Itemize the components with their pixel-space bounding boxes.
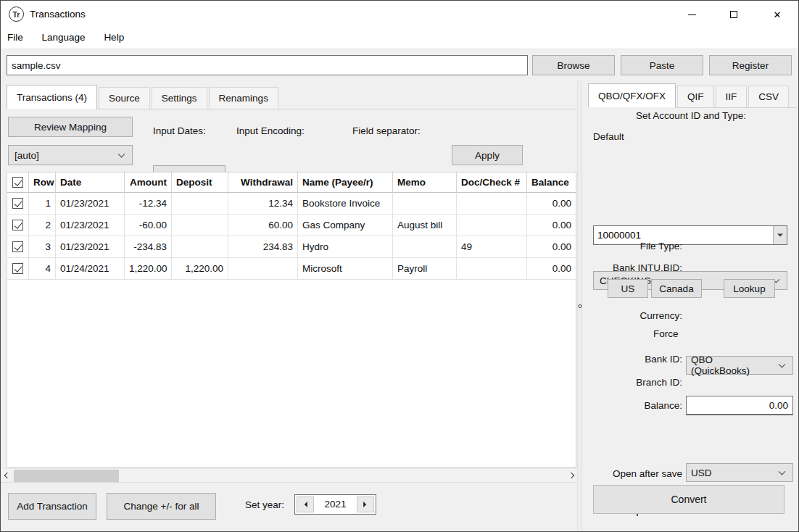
scrollbar-thumb[interactable]: [14, 470, 119, 482]
column-header-memo[interactable]: Memo: [393, 173, 457, 193]
cell-balance[interactable]: 0.00: [527, 236, 576, 258]
close-button[interactable]: [761, 1, 794, 28]
tab-csv[interactable]: CSV: [748, 86, 789, 107]
cell-doc-check[interactable]: [457, 215, 527, 236]
chevron-down-icon: [779, 468, 786, 475]
cell-withdrawal[interactable]: [228, 258, 298, 280]
row-select-cell[interactable]: [7, 258, 29, 280]
column-header-balance[interactable]: Balance: [527, 173, 576, 193]
currency-select[interactable]: USD: [686, 463, 793, 482]
year-down-button[interactable]: [297, 496, 314, 512]
cell-amount[interactable]: -234.83: [125, 236, 172, 258]
cell-row-number[interactable]: 4: [29, 258, 56, 280]
row-checkbox[interactable]: [12, 198, 23, 209]
apply-button[interactable]: Apply: [452, 145, 523, 165]
year-value[interactable]: 2021: [314, 495, 357, 514]
cell-date[interactable]: 01/23/2021: [56, 215, 125, 236]
minimize-button[interactable]: [675, 1, 708, 28]
cell-amount[interactable]: -12.34: [125, 193, 172, 215]
maximize-button[interactable]: [717, 1, 750, 28]
mapping-select[interactable]: [auto]: [8, 145, 133, 165]
convert-button[interactable]: Convert: [593, 485, 784, 514]
scroll-right-button[interactable]: [565, 469, 577, 482]
cell-amount[interactable]: -60.00: [125, 215, 172, 236]
tab-qif[interactable]: QIF: [677, 86, 714, 107]
column-header-amount[interactable]: Amount: [125, 173, 172, 193]
file-type-select[interactable]: QBO (QuickBooks): [686, 356, 793, 375]
browse-button[interactable]: Browse: [532, 55, 615, 75]
select-all-checkbox[interactable]: [12, 177, 23, 188]
tab-renamings[interactable]: Renamings: [209, 87, 278, 109]
register-button[interactable]: Register: [709, 55, 792, 75]
title-bar: Tr Transactions: [1, 1, 798, 28]
us-button[interactable]: US: [608, 279, 648, 298]
tab-iif[interactable]: IIF: [716, 86, 748, 107]
force-label: Force: [653, 328, 679, 339]
cell-name[interactable]: Hydro: [298, 236, 393, 258]
paste-button[interactable]: Paste: [621, 55, 703, 75]
cell-memo[interactable]: August bill: [393, 215, 457, 236]
cell-date[interactable]: 01/24/2021: [56, 258, 125, 280]
cell-deposit[interactable]: [172, 193, 228, 215]
tab-settings[interactable]: Settings: [152, 87, 207, 109]
cell-withdrawal[interactable]: 60.00: [228, 215, 298, 236]
cell-date[interactable]: 01/23/2021: [56, 193, 125, 215]
cell-name[interactable]: Microsoft: [298, 258, 393, 280]
scroll-left-button[interactable]: [1, 469, 13, 482]
cell-balance[interactable]: 0.00: [527, 258, 576, 280]
row-select-cell[interactable]: [7, 215, 29, 236]
file-path-input[interactable]: [7, 55, 528, 75]
cell-row-number[interactable]: 3: [29, 236, 56, 258]
review-mapping-button[interactable]: Review Mapping: [8, 117, 133, 137]
cell-withdrawal[interactable]: 234.83: [228, 236, 298, 258]
cell-deposit[interactable]: 1,220.00: [172, 258, 228, 280]
panel-splitter[interactable]: [577, 80, 582, 532]
column-header-doc-check[interactable]: Doc/Check #: [457, 173, 527, 193]
tab-transactions[interactable]: Transactions (4): [7, 85, 97, 109]
cell-date[interactable]: 01/23/2021: [56, 236, 125, 258]
cell-balance[interactable]: 0.00: [527, 215, 576, 236]
canada-button[interactable]: Canada: [651, 279, 702, 298]
cell-memo[interactable]: [393, 193, 457, 215]
cell-deposit[interactable]: [172, 236, 228, 258]
row-checkbox[interactable]: [12, 241, 23, 252]
row-checkbox[interactable]: [12, 263, 23, 274]
add-transaction-button[interactable]: Add Transaction: [8, 493, 96, 520]
menu-item-language[interactable]: Language: [34, 28, 94, 43]
tab-source[interactable]: Source: [99, 87, 150, 109]
year-up-button[interactable]: [357, 496, 374, 512]
cell-withdrawal[interactable]: 12.34: [228, 193, 298, 215]
cell-doc-check[interactable]: [457, 258, 527, 280]
cell-name[interactable]: Gas Company: [298, 215, 393, 236]
cell-doc-check[interactable]: [457, 193, 527, 215]
lookup-button[interactable]: Lookup: [724, 279, 775, 298]
column-header-name[interactable]: Name (Payee/r): [298, 173, 393, 193]
column-header-row-number[interactable]: Row #: [29, 173, 56, 193]
app-window: Tr Transactions File Language Help Brows…: [0, 0, 799, 532]
cell-memo[interactable]: Payroll: [393, 258, 457, 280]
column-header-date[interactable]: Date: [56, 173, 125, 193]
cell-doc-check[interactable]: 49: [457, 236, 527, 258]
tab-qbo-qfx-ofx[interactable]: QBO/QFX/OFX: [588, 83, 676, 108]
row-select-cell[interactable]: [7, 193, 29, 215]
cell-amount[interactable]: 1,220.00: [125, 258, 172, 280]
balance-input[interactable]: [686, 396, 793, 415]
row-checkbox[interactable]: [12, 220, 23, 230]
cell-memo[interactable]: [393, 236, 457, 258]
dropdown-arrow-icon[interactable]: [773, 226, 787, 244]
h-scrollbar[interactable]: [1, 468, 577, 482]
row-select-cell[interactable]: [7, 236, 29, 258]
window-title: Transactions: [30, 9, 86, 20]
change-sign-button[interactable]: Change +/- for all: [107, 493, 216, 520]
cell-balance[interactable]: 0.00: [527, 193, 576, 215]
cell-row-number[interactable]: 1: [29, 193, 56, 215]
cell-deposit[interactable]: [172, 215, 228, 236]
column-header-deposit[interactable]: Deposit: [172, 173, 228, 193]
mapping-select-value: [auto]: [15, 150, 39, 161]
menu-item-help[interactable]: Help: [96, 28, 132, 43]
cell-row-number[interactable]: 2: [29, 215, 56, 236]
cell-name[interactable]: Bookstore Invoice: [298, 193, 393, 215]
column-header-withdrawal[interactable]: Withdrawal: [228, 173, 298, 193]
menu-item-file[interactable]: File: [1, 28, 31, 43]
select-all-header-cell[interactable]: [7, 173, 29, 193]
